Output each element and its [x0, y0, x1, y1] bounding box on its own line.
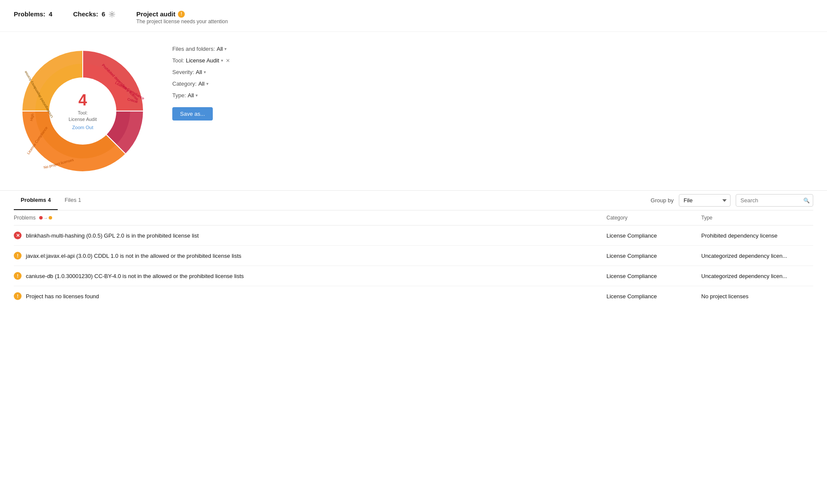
table-row: ! caniuse-db (1.0.30001230) CC-BY-4.0 is… — [14, 266, 813, 286]
table-row: ! Project has no licenses found License … — [14, 286, 813, 306]
filter-severity[interactable]: Severity: All ▾ — [172, 69, 230, 75]
dot-red — [39, 216, 43, 220]
warning-icon-2: ! — [14, 252, 22, 260]
group-by-select[interactable]: File Category Type Severity — [679, 194, 731, 207]
severity-dots: → — [39, 216, 52, 220]
filter-tool-chevron: ▾ — [221, 58, 223, 63]
checks-label: Checks: — [73, 10, 98, 18]
filter-severity-chevron: ▾ — [204, 70, 206, 74]
filter-type-chevron: ▾ — [196, 93, 198, 98]
filter-severity-value: All — [196, 69, 202, 75]
problems-count: 4 — [49, 10, 52, 18]
save-as-button[interactable]: Save as... — [172, 107, 213, 121]
tabs-bar: Problems 4 Files 1 Group by File Categor… — [14, 191, 813, 210]
problem-text-2: javax.el:javax.el-api (3.0.0) CDDL 1.0 i… — [26, 253, 241, 259]
problem-text-4: Project has no licenses found — [26, 293, 99, 300]
project-audit: Project audit ! The project license need… — [136, 10, 228, 25]
problem-cell-1: ✕ blinkhash-multi-hashing (0.0.5) GPL 2.… — [14, 232, 606, 239]
dot-arrow: → — [44, 216, 48, 220]
filter-category[interactable]: Category: All ▾ — [172, 80, 230, 87]
filters-panel: Files and folders: All ▾ Tool: License A… — [172, 42, 230, 121]
checks-stat: Checks: 6 — [73, 10, 116, 18]
filter-category-label: Category: — [172, 80, 196, 87]
tab-files-label: Files — [65, 197, 76, 203]
tabs-right: Group by File Category Type Severity 🔍 — [651, 194, 813, 207]
donut-chart: Prohibited dependency license License Co… — [14, 42, 152, 180]
tab-problems[interactable]: Problems 4 — [14, 191, 58, 210]
filter-severity-label: Severity: — [172, 69, 194, 75]
type-cell-1: Prohibited dependency license — [701, 232, 813, 239]
table-col-problems: Problems → — [14, 215, 606, 221]
table-row: ! javax.el:javax.el-api (3.0.0) CDDL 1.0… — [14, 246, 813, 266]
gear-icon[interactable] — [109, 11, 115, 18]
filter-tool-label: Tool: — [172, 57, 184, 64]
category-cell-1: License Compliance — [606, 232, 701, 239]
svg-point-9 — [49, 77, 116, 145]
tab-problems-count: 4 — [48, 197, 51, 203]
top-bar: Problems: 4 Checks: 6 Project audit ! Th… — [0, 0, 827, 32]
problem-text-1: blinkhash-multi-hashing (0.0.5) GPL 2.0 … — [26, 232, 199, 239]
dot-orange — [49, 216, 52, 220]
problems-label: Problems: — [14, 10, 45, 18]
problem-cell-2: ! javax.el:javax.el-api (3.0.0) CDDL 1.0… — [14, 252, 606, 260]
table-col-type: Type — [701, 215, 813, 221]
main-content: Prohibited dependency license License Co… — [0, 32, 827, 190]
problem-cell-3: ! caniuse-db (1.0.30001230) CC-BY-4.0 is… — [14, 272, 606, 280]
table-header: Problems → Category Type — [14, 210, 813, 226]
problem-cell-4: ! Project has no licenses found — [14, 292, 606, 300]
type-cell-2: Uncategorized dependency licen... — [701, 253, 813, 259]
error-icon-1: ✕ — [14, 232, 22, 239]
filter-files-label: Files and folders: — [172, 46, 215, 52]
group-by-label: Group by — [651, 197, 674, 204]
type-cell-4: No project licenses — [701, 293, 813, 300]
problems-stat: Problems: 4 — [14, 10, 53, 18]
category-cell-2: License Compliance — [606, 253, 701, 259]
filter-files-and-folders[interactable]: Files and folders: All ▾ — [172, 46, 230, 52]
audit-warning-icon: ! — [178, 11, 185, 18]
tab-problems-label: Problems — [21, 197, 46, 203]
checks-count: 6 — [102, 10, 105, 18]
filter-type[interactable]: Type: All ▾ — [172, 92, 230, 99]
table-col-category: Category — [606, 215, 701, 221]
table-row: ✕ blinkhash-multi-hashing (0.0.5) GPL 2.… — [14, 226, 813, 246]
tab-files-count: 1 — [78, 197, 81, 203]
search-wrapper: 🔍 — [736, 194, 813, 207]
svg-point-0 — [111, 13, 113, 15]
filter-files-chevron: ▾ — [224, 46, 227, 51]
filter-tool-close[interactable]: ✕ — [226, 58, 230, 64]
warning-icon-4: ! — [14, 292, 22, 300]
audit-subtitle: The project license needs your attention — [136, 19, 228, 25]
bottom-section: Problems 4 Files 1 Group by File Categor… — [0, 190, 827, 306]
filter-type-value: All — [188, 92, 194, 99]
filter-type-label: Type: — [172, 92, 186, 99]
category-cell-3: License Compliance — [606, 273, 701, 279]
filter-tool[interactable]: Tool: License Audit ▾ ✕ — [172, 57, 230, 64]
warning-icon-3: ! — [14, 272, 22, 280]
tab-files[interactable]: Files 1 — [58, 191, 88, 210]
col-problems-label: Problems — [14, 215, 36, 221]
filter-files-value: All — [217, 46, 223, 52]
search-input[interactable] — [736, 194, 813, 207]
table-container: Problems → Category Type ✕ blinkhash-mul… — [14, 210, 813, 306]
audit-title-text: Project audit — [136, 10, 175, 18]
filter-category-chevron: ▾ — [206, 81, 208, 86]
category-cell-4: License Compliance — [606, 293, 701, 300]
chart-container: Prohibited dependency license License Co… — [14, 42, 152, 180]
filter-tool-value: License Audit — [186, 57, 219, 64]
project-audit-title: Project audit ! — [136, 10, 228, 18]
tabs-left: Problems 4 Files 1 — [14, 191, 88, 210]
type-cell-3: Uncategorized dependency licen... — [701, 273, 813, 279]
problem-text-3: caniuse-db (1.0.30001230) CC-BY-4.0 is n… — [26, 273, 244, 279]
filter-category-value: All — [198, 80, 204, 87]
